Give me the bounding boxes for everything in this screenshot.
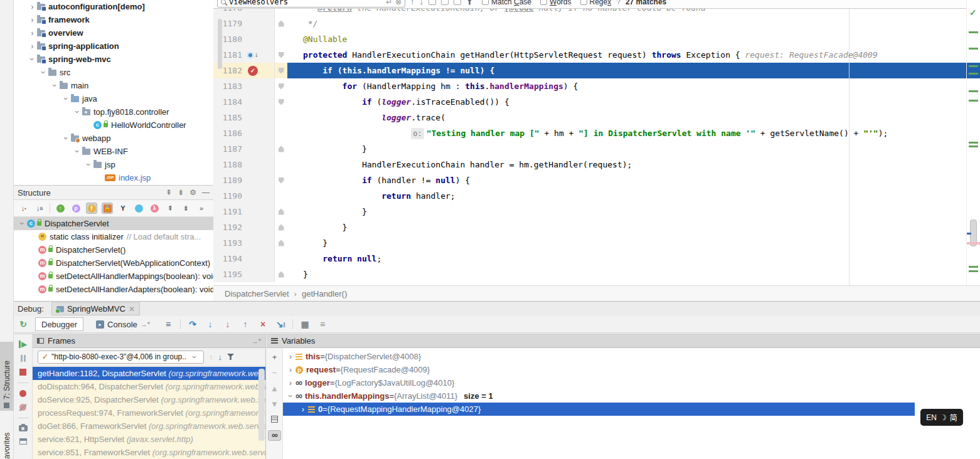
fold-marker[interactable] — [275, 204, 287, 219]
evaluate-expression-button[interactable]: ▦ — [299, 319, 311, 329]
show-watches-toggle[interactable]: oo — [268, 430, 281, 441]
chevron-right-icon[interactable]: › — [285, 365, 296, 374]
close-icon[interactable]: ✕ — [129, 305, 135, 314]
code-line-1183[interactable]: 1183for (HandlerMapping hm : this.handle… — [213, 78, 980, 94]
pin-icon[interactable]: →* — [252, 337, 261, 345]
code-line-1192[interactable]: 1192} — [213, 219, 980, 235]
run-to-cursor-button[interactable]: ↘I — [275, 319, 286, 329]
collapse-all-icon[interactable]: ⇟ — [180, 203, 191, 214]
new-line-icon[interactable]: ↵ — [386, 0, 392, 6]
thread-dump-button[interactable] — [19, 425, 28, 431]
chevron-right-icon[interactable]: › — [28, 15, 37, 24]
tree-item-WEB-INF[interactable]: ›WEB-INF — [14, 145, 213, 158]
frames-scrollbar[interactable] — [258, 369, 265, 441]
stop-button[interactable] — [19, 369, 26, 376]
variable-row-logger[interactable]: ›oologger = {LogFactory$JavaUtilLog@4010… — [283, 376, 980, 389]
tree-item-spring-application[interactable]: ›spring-application — [14, 40, 213, 53]
tree-item-overview[interactable]: ›overview — [14, 26, 213, 40]
show-fields-icon[interactable]: f — [86, 203, 97, 214]
hide-frames-filter-icon[interactable] — [227, 354, 234, 360]
drop-frame-button[interactable]: × — [257, 319, 269, 329]
chevron-down-icon[interactable]: › — [61, 94, 71, 103]
code-line-1191[interactable]: 1191} — [213, 204, 980, 219]
show-inherited-icon[interactable]: ↑ — [55, 203, 66, 214]
breadcrumb-item-DispatcherServlet[interactable]: DispatcherServlet — [225, 289, 289, 298]
chevron-down-icon[interactable]: › — [285, 391, 296, 401]
code-line-1184[interactable]: 1184if (logger.isTraceEnabled()) { — [213, 94, 980, 110]
chevron-right-icon[interactable]: › — [285, 352, 296, 361]
highlight-results-icon[interactable] — [454, 0, 461, 5]
tab-debug-session[interactable]: SpringWebMVC ✕ — [51, 302, 140, 315]
words-checkbox[interactable]: Words — [540, 0, 571, 6]
tree-item-src[interactable]: ›src — [14, 66, 213, 79]
tree-item-webapp[interactable]: ›webapp — [14, 132, 213, 145]
sidebar-item-favorites[interactable]: Favorites — [0, 428, 14, 459]
show-properties-icon[interactable]: p — [70, 203, 82, 214]
tab-console[interactable]: ▸ Console →* — [90, 317, 156, 331]
chevron-right-icon[interactable]: › — [285, 378, 296, 388]
sidebar-item-structure[interactable]: 7: Structure — [0, 342, 14, 411]
chevron-down-icon[interactable]: › — [50, 81, 60, 90]
code-line-1185[interactable]: 1185logger.trace( — [213, 110, 980, 125]
mute-breakpoints-button[interactable] — [19, 404, 26, 411]
structure-item-DispatcherServlet[interactable]: mDispatcherServlet(WebApplicationContext… — [14, 256, 213, 270]
chevron-right-icon[interactable]: › — [28, 28, 37, 38]
code-line-1187[interactable]: 1187} — [213, 141, 980, 157]
override-icon[interactable]: ↓ — [245, 47, 261, 63]
find-previous-button[interactable]: ↑ — [410, 0, 415, 6]
remove-watch-button[interactable]: − — [272, 369, 277, 377]
tree-item-index.jsp[interactable]: JSPindex.jsp — [14, 171, 213, 184]
more-options-icon[interactable]: » — [196, 203, 207, 214]
find-in-selection-icon[interactable] — [441, 0, 449, 5]
structure-item-static class initializer[interactable]: =static class initializer// Load default… — [14, 230, 213, 243]
tree-item-autoconfiguration[interactable]: ›autoconfiguration [demo] — [14, 0, 213, 13]
code-line-1182[interactable]: 1182✓if (this.handlerMappings != null) { — [213, 63, 980, 78]
search-input[interactable]: viewResolvers ↵ ⊗ — [217, 0, 405, 8]
tree-item-main[interactable]: ›main — [14, 79, 213, 92]
structure-item-DispatcherServlet[interactable]: ›cDispatcherServlet — [14, 217, 213, 230]
stack-frame[interactable]: doDispatch:964, DispatcherServlet (org.s… — [33, 380, 265, 393]
rerun-button[interactable]: ↻ — [18, 319, 29, 329]
tab-debugger[interactable]: Debugger — [35, 317, 83, 331]
fold-marker[interactable] — [275, 266, 287, 282]
breadcrumb-item-getHandler[interactable]: getHandler() — [302, 289, 347, 298]
code-line-1195[interactable]: 1195} — [213, 266, 980, 282]
code-line-1180[interactable]: 1180@Nullable — [213, 31, 980, 47]
step-over-button[interactable]: ↷ — [187, 319, 198, 329]
ime-indicator[interactable]: EN ☽ 简 — [920, 409, 963, 426]
code-line-1194[interactable]: 1194return null; — [213, 251, 980, 266]
variable-row-this.handlerMappings[interactable]: ›oothis.handlerMappings = {ArrayList@401… — [283, 389, 980, 403]
inspections-status-icon[interactable]: ✓ — [969, 8, 977, 18]
settings-icon[interactable]: ≡ — [317, 319, 328, 329]
duplicate-watch-button[interactable] — [271, 416, 278, 423]
tree-item-HelloWorldController[interactable]: cHelloWorldController — [14, 119, 213, 132]
chevron-down-icon[interactable]: › — [73, 147, 82, 156]
fold-marker[interactable] — [275, 47, 287, 63]
chevron-right-icon[interactable]: › — [298, 404, 308, 414]
search-filter-icon[interactable] — [466, 0, 473, 5]
fold-marker[interactable] — [275, 78, 287, 94]
view-breakpoints-button[interactable] — [19, 390, 26, 397]
force-step-into-button[interactable]: ↓ — [222, 319, 233, 329]
move-down-button[interactable]: ▼ — [270, 400, 279, 408]
fold-marker[interactable] — [275, 94, 287, 110]
fold-marker[interactable] — [275, 16, 287, 31]
chevron-down-icon[interactable]: › — [61, 134, 71, 143]
code-line-1181[interactable]: 1181↓protected HandlerExecutionChain get… — [213, 47, 980, 63]
stack-frame[interactable]: processRequest:974, FrameworkServlet (or… — [33, 406, 265, 419]
step-into-button[interactable]: ↓ — [205, 319, 216, 329]
add-watch-button[interactable]: + — [272, 353, 277, 361]
collapse-all-icon[interactable]: ⇟ — [178, 188, 184, 197]
tree-item-framework[interactable]: ›framework — [14, 13, 213, 26]
structure-item-setDetectAllHandlerMappings[interactable]: msetDetectAllHandlerMappings(boolean): v… — [14, 270, 213, 283]
breakpoint-icon[interactable]: ✓ — [245, 63, 261, 78]
resume-button[interactable]: ▶ — [19, 340, 27, 348]
show-lambdas-icon[interactable]: λ — [149, 203, 160, 214]
tree-item-jsp[interactable]: ›jsp — [14, 158, 213, 171]
show-non-public-icon[interactable]: 🔒 — [102, 203, 113, 214]
hide-panel-icon[interactable]: — — [202, 188, 210, 197]
structure-item-setDetectAllHandlerAdapters[interactable]: msetDetectAllHandlerAdapters(boolean): v… — [14, 283, 213, 296]
previous-frame-button[interactable]: ↑ — [209, 352, 213, 362]
code-editor[interactable]: 1178* @return the HandlerExecutionChain,… — [213, 0, 980, 285]
code-line-1179[interactable]: 1179*/ — [213, 16, 980, 31]
